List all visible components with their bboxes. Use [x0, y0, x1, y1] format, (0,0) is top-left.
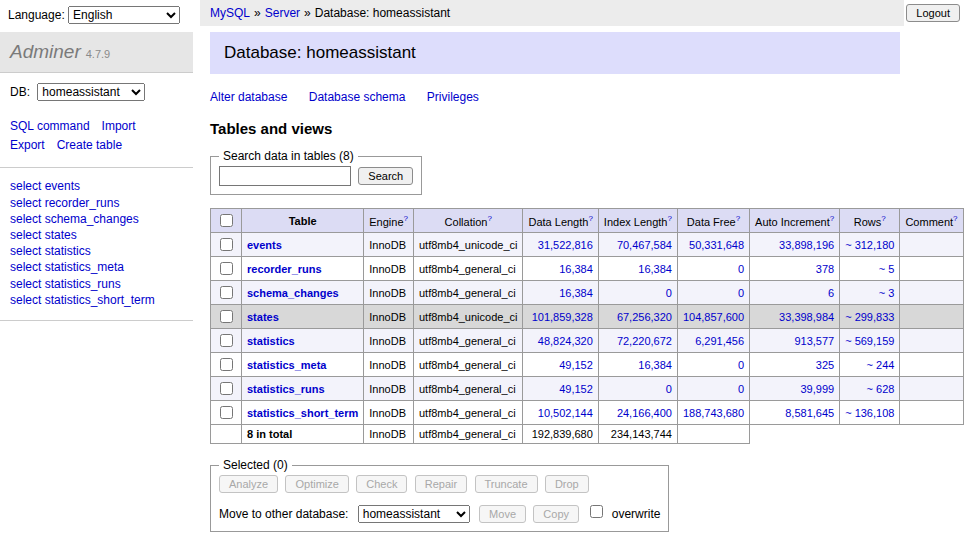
alter-database-link[interactable]: Alter database	[210, 90, 287, 104]
repair-button[interactable]: Repair	[415, 475, 467, 493]
row-select-checkbox[interactable]	[220, 238, 233, 251]
move-button[interactable]: Move	[479, 505, 526, 523]
row-select-checkbox[interactable]	[220, 286, 233, 299]
adminer-page: { "colors": { "accent": "#ddddfc", "link…	[0, 0, 966, 543]
column-help-link[interactable]: ?	[404, 214, 408, 223]
sidebar-table-links: select events select recorder_runs selec…	[0, 168, 193, 321]
privileges-link[interactable]: Privileges	[427, 90, 479, 104]
row-select-checkbox[interactable]	[220, 262, 233, 275]
collation-cell: utf8mb4_unicode_ci	[414, 305, 523, 329]
tables-overview: TableEngine?Collation?Data Length?Index …	[210, 208, 964, 444]
engine-cell: InnoDB	[364, 281, 414, 305]
tables-and-views-heading: Tables and views	[210, 120, 910, 137]
column-header-auto-increment: Auto Increment?	[750, 209, 840, 233]
table-name-cell: states	[242, 305, 364, 329]
table-link-statistics_meta[interactable]: statistics_meta	[247, 359, 327, 371]
table-link-statistics[interactable]: statistics	[247, 335, 295, 347]
rows-cell: ~ 5	[840, 257, 900, 281]
sidebar-select-statistics[interactable]: select statistics	[10, 243, 183, 259]
auto-increment-cell: 378	[750, 257, 840, 281]
column-help-link[interactable]: ?	[487, 214, 491, 223]
table-link-schema_changes[interactable]: schema_changes	[247, 287, 339, 299]
data-free-cell: 0	[677, 281, 749, 305]
column-help-link[interactable]: ?	[830, 214, 834, 223]
db-select[interactable]: homeassistant	[37, 83, 145, 101]
row-select-checkbox[interactable]	[220, 334, 233, 347]
engine-cell: InnoDB	[364, 305, 414, 329]
sidebar-select-schema-changes[interactable]: select schema_changes	[10, 211, 183, 227]
search-input[interactable]	[219, 166, 351, 186]
table-link-recorder_runs[interactable]: recorder_runs	[247, 263, 322, 275]
move-label: Move to other database:	[219, 507, 348, 521]
search-button[interactable]: Search	[358, 167, 413, 185]
data-free-cell: 0	[677, 353, 749, 377]
breadcrumb-link-mysql[interactable]: MySQL	[210, 6, 250, 20]
optimize-button[interactable]: Optimize	[285, 475, 348, 493]
breadcrumb-current: Database: homeassistant	[315, 6, 450, 20]
sidebar-select-recorder-runs[interactable]: select recorder_runs	[10, 195, 183, 211]
sidebar-select-events[interactable]: select events	[10, 178, 183, 194]
collation-cell: utf8mb4_general_ci	[414, 377, 523, 401]
move-db-select[interactable]: homeassistant	[358, 505, 470, 523]
tables-total-body: 8 in total InnoDB utf8mb4_general_ci 192…	[211, 425, 964, 444]
data-free-cell: 50,331,648	[677, 233, 749, 257]
database-schema-link[interactable]: Database schema	[309, 90, 406, 104]
column-help-link[interactable]: ?	[953, 214, 957, 223]
column-header-comment: Comment?	[900, 209, 963, 233]
table-row-statistics: statisticsInnoDButf8mb4_general_ci48,824…	[211, 329, 964, 353]
table-link-states[interactable]: states	[247, 311, 279, 323]
truncate-button[interactable]: Truncate	[475, 475, 538, 493]
sidebar-select-statistics-short-term[interactable]: select statistics_short_term	[10, 292, 183, 308]
sidebar-select-states[interactable]: select states	[10, 227, 183, 243]
sidebar-link-create-table[interactable]: Create table	[57, 138, 122, 152]
row-select-cell	[211, 401, 242, 425]
select-all-checkbox[interactable]	[220, 214, 233, 227]
sidebar-link-import[interactable]: Import	[102, 119, 136, 133]
check-button[interactable]: Check	[356, 475, 407, 493]
app-name: Adminer	[10, 41, 81, 62]
rows-cell: ~ 299,833	[840, 305, 900, 329]
column-help-link[interactable]: ?	[588, 214, 592, 223]
table-link-statistics_short_term[interactable]: statistics_short_term	[247, 407, 358, 419]
collation-cell: utf8mb4_general_ci	[414, 281, 523, 305]
tables-header-row: TableEngine?Collation?Data Length?Index …	[211, 209, 964, 233]
drop-button[interactable]: Drop	[545, 475, 589, 493]
sidebar-actions: SQL commandImport ExportCreate table	[0, 107, 193, 168]
index-length-cell: 70,467,584	[598, 233, 677, 257]
auto-increment-cell: 6	[750, 281, 840, 305]
language-select[interactable]: English	[68, 6, 180, 24]
logout-button[interactable]: Logout	[906, 4, 960, 22]
row-select-checkbox[interactable]	[220, 406, 233, 419]
row-select-checkbox[interactable]	[220, 358, 233, 371]
sidebar-link-sql-command[interactable]: SQL command	[10, 119, 90, 133]
sidebar-select-statistics-meta[interactable]: select statistics_meta	[10, 259, 183, 275]
data-length-cell: 48,824,320	[523, 329, 598, 353]
column-header-engine: Engine?	[364, 209, 414, 233]
breadcrumb-link-server[interactable]: Server	[265, 6, 300, 20]
table-link-statistics_runs[interactable]: statistics_runs	[247, 383, 325, 395]
move-row: Move to other database: homeassistant Mo…	[219, 502, 660, 523]
column-help-link[interactable]: ?	[667, 214, 671, 223]
analyze-button[interactable]: Analyze	[219, 475, 278, 493]
column-help-link[interactable]: ?	[881, 214, 885, 223]
data-length-cell: 101,859,328	[523, 305, 598, 329]
table-name-cell: schema_changes	[242, 281, 364, 305]
rows-cell: ~ 244	[840, 353, 900, 377]
copy-button[interactable]: Copy	[533, 505, 579, 523]
table-link-events[interactable]: events	[247, 239, 282, 251]
total-data-free	[677, 425, 749, 444]
column-help-link[interactable]: ?	[736, 214, 740, 223]
breadcrumb: MySQL»Server»Database: homeassistant	[200, 0, 904, 26]
overwrite-label: overwrite	[612, 507, 661, 521]
rows-cell: ~ 628	[840, 377, 900, 401]
table-name-cell: statistics_meta	[242, 353, 364, 377]
row-select-checkbox[interactable]	[220, 310, 233, 323]
comment-cell	[900, 257, 963, 281]
rows-cell: ~ 312,180	[840, 233, 900, 257]
sidebar-link-export[interactable]: Export	[10, 138, 45, 152]
row-select-checkbox[interactable]	[220, 382, 233, 395]
sidebar-select-statistics-runs[interactable]: select statistics_runs	[10, 276, 183, 292]
overwrite-checkbox[interactable]	[590, 505, 603, 518]
comment-cell	[900, 305, 963, 329]
db-actions-row: Alter database Database schema Privilege…	[210, 90, 910, 104]
